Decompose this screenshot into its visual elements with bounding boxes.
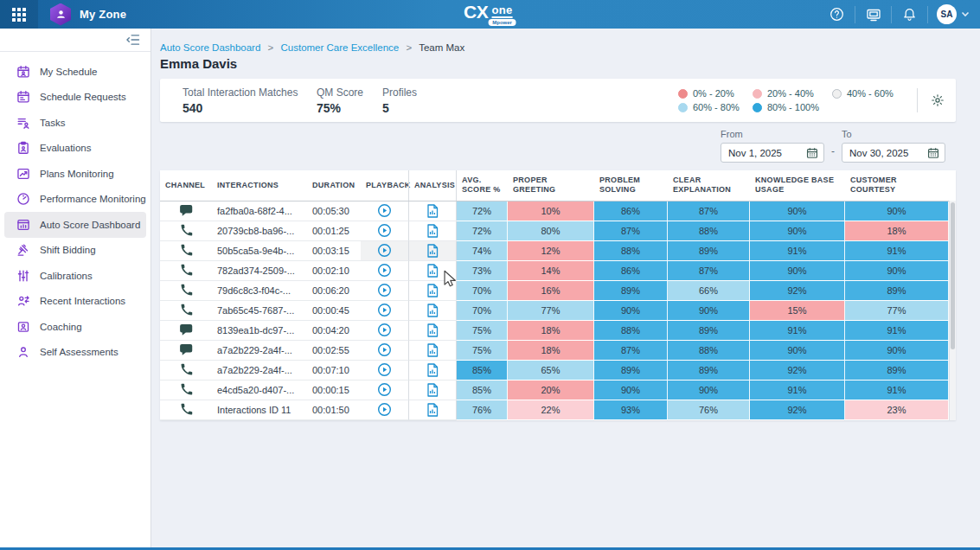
screen-share-button[interactable] (855, 6, 891, 23)
app-launcher-button[interactable] (0, 0, 38, 29)
interaction-id-cell: 8139ea1b-dc97-... (212, 321, 307, 341)
sidebar-item-tasks[interactable]: Tasks (4, 110, 146, 136)
sidebar-collapse-button[interactable] (125, 34, 140, 46)
play-button[interactable] (377, 263, 392, 278)
table-row[interactable]: Interactions ID 1100:01:5076%22%93%76%92… (160, 400, 949, 420)
table-scrollbar[interactable] (949, 201, 956, 420)
play-button[interactable] (377, 402, 392, 417)
analysis-button[interactable] (426, 204, 439, 218)
knowledge-base-usage-cell: 90% (750, 341, 845, 361)
notifications-button[interactable] (891, 6, 927, 23)
to-date-input[interactable]: Nov 30, 2025 (842, 143, 945, 163)
breadcrumb-link-auto-score-dashboard[interactable]: Auto Score Dashboard (160, 42, 260, 53)
table-row[interactable]: e4cd5a20-d407-...00:00:1585%20%90%90%91%… (160, 381, 949, 400)
knowledge-base-usage-cell: 92% (750, 400, 845, 420)
help-button[interactable] (818, 6, 855, 23)
coaching-icon (16, 320, 30, 334)
analysis-button[interactable] (426, 244, 439, 258)
cxone-logo: CX one Mpower (464, 3, 516, 26)
from-date-input[interactable]: Nov 1, 2025 (721, 143, 824, 163)
play-button[interactable] (377, 223, 392, 238)
play-button[interactable] (377, 323, 392, 337)
analysis-button[interactable] (426, 323, 439, 337)
analysis-button[interactable] (426, 363, 439, 377)
bell-icon (902, 7, 917, 22)
play-button[interactable] (377, 303, 392, 317)
sidebar-item-recent-interactions[interactable]: Recent Interactions (4, 289, 146, 315)
play-button[interactable] (377, 382, 392, 397)
analysis-button[interactable] (426, 304, 439, 317)
clear-explanation-cell: 90% (668, 301, 750, 321)
auto-score-dashboard-icon (16, 218, 30, 232)
sidebar-item-evaluations[interactable]: Evaluations (4, 136, 146, 162)
scrollbar-thumb[interactable] (951, 202, 955, 349)
play-button[interactable] (377, 342, 392, 357)
sidebar-item-coaching[interactable]: Coaching (4, 314, 146, 340)
sidebar-item-label: Calibrations (40, 271, 93, 281)
table-row[interactable]: a7a2b229-2a4f-...00:07:1085%65%89%89%92%… (160, 361, 949, 381)
analysis-button[interactable] (426, 224, 439, 238)
table-row[interactable]: 50b5ca5a-9e4b-...00:03:1574%12%88%89%91%… (160, 241, 949, 261)
interaction-id-cell: 20739cb8-ba96-... (212, 221, 307, 241)
customer-courtesy-cell: 89% (845, 281, 949, 301)
play-button[interactable] (377, 203, 392, 218)
interaction-id-cell: e4cd5a20-d407-... (212, 381, 307, 400)
play-button[interactable] (377, 283, 392, 297)
interaction-id-cell: Interactions ID 11 (212, 400, 307, 420)
sidebar-item-calibrations[interactable]: Calibrations (4, 263, 146, 289)
problem-solving-cell: 86% (594, 201, 668, 221)
problem-solving-cell: 88% (594, 321, 668, 341)
sidebar-item-schedule-requests[interactable]: Schedule Requests (4, 85, 146, 111)
avg-score-cell: 70% (456, 301, 508, 321)
table-row[interactable]: 20739cb8-ba96-...00:01:2572%80%87%88%90%… (160, 221, 949, 241)
play-button[interactable] (377, 243, 392, 258)
table-row[interactable]: fa2fba0a-68f2-4...00:05:3072%10%86%87%90… (160, 201, 949, 221)
sidebar-item-shift-bidding[interactable]: Shift Bidding (4, 238, 146, 264)
duration-cell: 00:00:45 (307, 301, 361, 321)
interaction-id-cell: 7ab65c45-7687-... (212, 301, 307, 321)
clear-explanation-cell: 90% (668, 381, 750, 400)
phone-icon (180, 363, 193, 376)
sidebar-item-performance-monitoring[interactable]: Performance Monitoring (4, 187, 146, 213)
chat-icon (179, 323, 193, 336)
column-header-interactions: INTERACTIONS (212, 170, 307, 201)
analysis-button[interactable] (426, 284, 439, 297)
sidebar-item-self-assessments[interactable]: Self Assessments (4, 340, 146, 366)
avg-score-cell: 70% (456, 281, 508, 301)
sidebar-item-plans-monitoring[interactable]: Plans Monitoring (4, 161, 146, 187)
table-row[interactable]: a7a2b229-2a4f-...00:02:5575%18%87%88%90%… (160, 341, 949, 361)
playback-cell (361, 381, 408, 400)
play-button[interactable] (377, 362, 392, 377)
table-row[interactable]: 79d6c8c3-f04c-...00:06:2070%16%89%66%92%… (160, 281, 949, 301)
duration-cell: 00:02:55 (307, 341, 361, 361)
performance-monitoring-icon (16, 192, 30, 206)
sidebar-item-my-schedule[interactable]: My Schedule (4, 59, 146, 85)
table-row[interactable]: 782ad374-2509-...00:02:1073%14%86%87%90%… (160, 261, 949, 281)
analysis-button[interactable] (426, 403, 439, 417)
table-row[interactable]: 7ab65c45-7687-...00:00:4570%77%90%90%15%… (160, 301, 949, 321)
duration-cell: 00:05:30 (307, 201, 361, 221)
customer-courtesy-cell: 90% (845, 341, 949, 361)
user-menu[interactable]: SA (927, 6, 980, 23)
channel-cell (160, 261, 212, 281)
column-header-analysis: ANALYSIS (408, 170, 456, 201)
sidebar-item-label: Schedule Requests (40, 92, 126, 102)
analysis-button[interactable] (426, 383, 439, 397)
problem-solving-cell: 90% (594, 301, 668, 321)
analysis-button[interactable] (426, 264, 439, 278)
clear-explanation-cell: 89% (668, 321, 750, 341)
channel-cell (160, 221, 212, 241)
settings-button[interactable] (928, 91, 947, 110)
channel-cell (160, 201, 212, 221)
analysis-cell (408, 381, 456, 400)
stat-qm-score: QM Score 75% (317, 86, 382, 115)
table-row[interactable]: 8139ea1b-dc97-...00:04:2075%18%88%89%91%… (160, 321, 949, 341)
breadcrumb-link-customer-care-excellence[interactable]: Customer Care Excellence (280, 42, 399, 53)
playback-cell (361, 241, 408, 261)
stat-total-interaction-matches: Total Interaction Matches 540 (183, 86, 317, 115)
analysis-button[interactable] (426, 343, 439, 357)
clear-explanation-cell: 88% (668, 221, 750, 241)
sidebar-item-label: My Schedule (40, 67, 97, 77)
sidebar-item-auto-score-dashboard[interactable]: Auto Score Dashboard (4, 212, 146, 238)
my-zone-logo[interactable] (50, 3, 71, 26)
